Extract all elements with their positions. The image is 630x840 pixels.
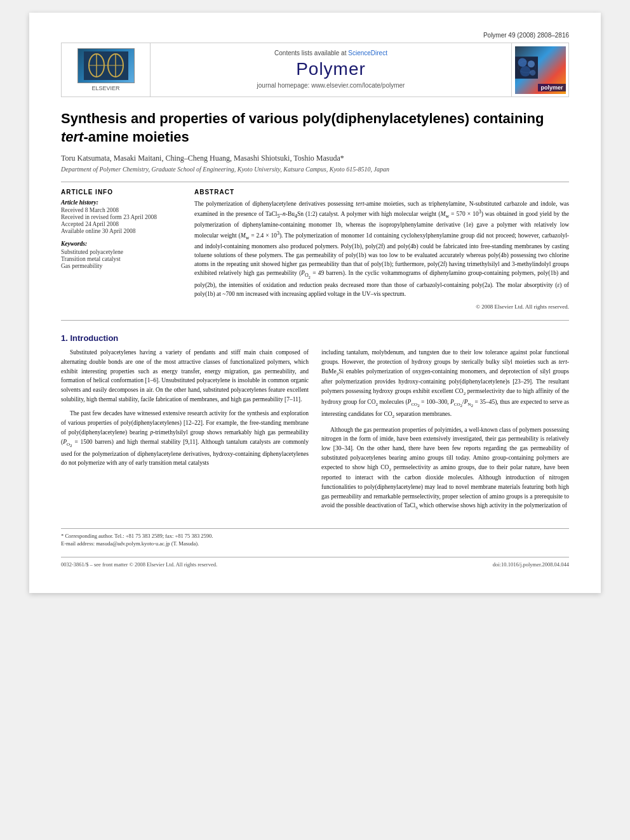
article-title-section: Synthesis and properties of various poly… [61, 110, 569, 173]
journal-header: Polymer 49 (2008) 2808–2816 [61, 32, 569, 39]
footer-bar: 0032-3861/$ – see front matter © 2008 El… [61, 557, 569, 568]
affiliation: Department of Polymer Chemistry, Graduat… [61, 166, 569, 173]
keyword-1: Substituted polyacetylene [61, 249, 182, 255]
date-accepted: Accepted 24 April 2008 [61, 221, 182, 227]
divider-2 [61, 320, 569, 321]
abstract-text: The polymerization of diphenylacetylene … [194, 199, 569, 298]
intro-section: 1. Introduction Substituted polyacetylen… [61, 333, 569, 517]
intro-col-right: including tantalum, molybdenum, and tung… [321, 348, 569, 517]
footnote-star: * Corresponding author. Tel.: +81 75 383… [61, 533, 569, 540]
banner-center: Contents lists available at ScienceDirec… [151, 43, 511, 97]
keyword-3: Gas permeability [61, 263, 182, 269]
intro-number: 1. [61, 333, 68, 343]
intro-p1: Substituted polyacetylenes having a vari… [61, 348, 309, 404]
banner-left: ELSEVIER [62, 43, 151, 97]
intro-title: Introduction [70, 333, 118, 343]
journal-name-banner: Polymer [157, 59, 505, 79]
polymer-logo-box: polymer [515, 46, 566, 94]
keywords-list: Substituted polyacetylene Transition met… [61, 249, 182, 269]
footer-doi: doi:10.1016/j.polymer.2008.04.044 [493, 561, 569, 568]
history-label: Article history: [61, 199, 182, 206]
intro-col-left: Substituted polyacetylenes having a vari… [61, 348, 309, 517]
intro-body-cols: Substituted polyacetylenes having a vari… [61, 348, 569, 517]
elsevier-logo: ELSEVIER [77, 48, 135, 91]
article-info-col: ARTICLE INFO Article history: Received 8… [61, 189, 182, 310]
footer-issn: 0032-3861/$ – see front matter © 2008 El… [61, 561, 217, 568]
intro-heading: 1. Introduction [61, 333, 569, 343]
polymer-cover-image [515, 44, 539, 91]
authors-line: Toru Katsumata, Masaki Maitani, Ching–Ch… [61, 154, 569, 163]
article-info-label: ARTICLE INFO [61, 189, 182, 196]
elsevier-logo-svg [84, 51, 128, 80]
elsevier-text: ELSEVIER [77, 85, 135, 91]
sciencedirect-note: Contents lists available at ScienceDirec… [157, 50, 505, 57]
sciencedirect-link[interactable]: ScienceDirect [348, 50, 387, 57]
contents-note: Contents lists available at [274, 50, 346, 57]
date-revised: Received in revised form 23 April 2008 [61, 214, 182, 220]
intro-p3: including tantalum, molybdenum, and tung… [321, 348, 569, 420]
svg-point-8 [527, 60, 534, 67]
divider-1 [61, 182, 569, 182]
intro-p2: The past few decades have witnessed exte… [61, 409, 309, 468]
intro-p4: Although the gas permeation properties o… [321, 425, 569, 512]
keywords-section: Keywords: Substituted polyacetylene Tran… [61, 241, 182, 269]
svg-point-10 [530, 69, 535, 75]
date-received: Received 8 March 2008 [61, 207, 182, 213]
keywords-label: Keywords: [61, 241, 182, 247]
svg-point-7 [518, 58, 526, 67]
journal-banner: ELSEVIER Contents lists available at Sci… [61, 43, 569, 97]
svg-point-9 [519, 65, 530, 76]
info-abstract-section: ARTICLE INFO Article history: Received 8… [61, 189, 569, 310]
footnote-email: E-mail address: masuda@adv.polym.kyoto-u… [61, 540, 569, 548]
journal-homepage: journal homepage: www.elsevier.com/locat… [157, 82, 505, 89]
polymer-logo-text: polymer [538, 84, 565, 91]
article-title: Synthesis and properties of various poly… [61, 110, 569, 146]
article-info-box: Article history: Received 8 March 2008 R… [61, 199, 182, 234]
elsevier-logo-box [77, 48, 135, 83]
banner-right: polymer [511, 43, 568, 97]
date-available: Available online 30 April 2008 [61, 228, 182, 234]
authors-text: Toru Katsumata, Masaki Maitani, Ching–Ch… [61, 154, 344, 163]
journal-vol: Polymer 49 (2008) 2808–2816 [483, 32, 569, 39]
footnote-area: * Corresponding author. Tel.: +81 75 383… [61, 528, 569, 548]
copyright-line: © 2008 Elsevier Ltd. All rights reserved… [194, 303, 569, 310]
abstract-col: ABSTRACT The polymerization of diphenyla… [194, 189, 569, 310]
abstract-label: ABSTRACT [194, 189, 569, 196]
page: Polymer 49 (2008) 2808–2816 ELSEVIER [29, 13, 601, 593]
keyword-2: Transition metal catalyst [61, 256, 182, 262]
